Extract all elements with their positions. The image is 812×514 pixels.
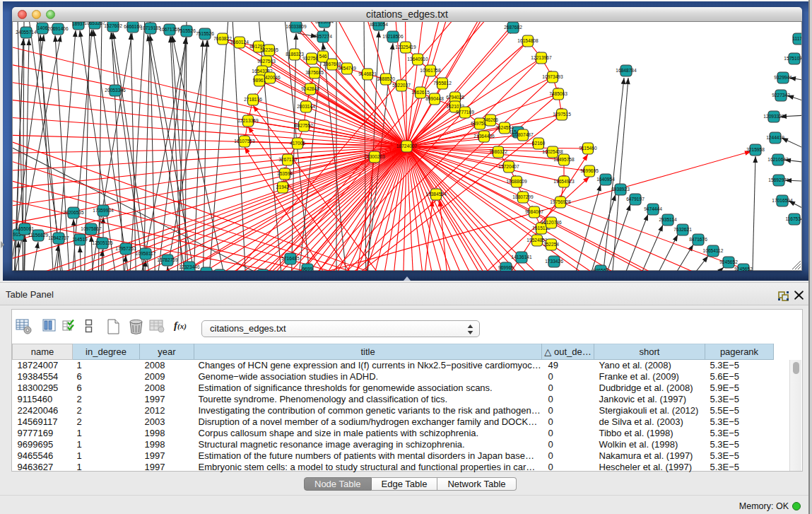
svg-text:546: 546 — [319, 54, 326, 59]
svg-text:9327503: 9327503 — [257, 59, 276, 64]
svg-text:1406: 1406 — [37, 25, 48, 30]
svg-text:8186323: 8186323 — [286, 52, 304, 57]
svg-text:12213967: 12213967 — [531, 55, 552, 60]
svg-text:7986322: 7986322 — [489, 149, 507, 154]
svg-text:969969: 969969 — [498, 265, 514, 270]
svg-text:17016504: 17016504 — [772, 198, 793, 203]
svg-text:8813054: 8813054 — [370, 22, 388, 27]
svg-text:20053346: 20053346 — [105, 88, 126, 93]
svg-text:10807487: 10807487 — [512, 132, 534, 137]
svg-text:18937: 18937 — [72, 21, 86, 26]
svg-text:15692971: 15692971 — [768, 177, 789, 182]
svg-text:946562: 946562 — [593, 268, 608, 273]
svg-text:1527602: 1527602 — [104, 23, 122, 28]
svg-text:9474444: 9474444 — [644, 206, 662, 211]
svg-text:10973493: 10973493 — [542, 74, 563, 79]
svg-text:12213369: 12213369 — [237, 118, 259, 123]
svg-text:21364436: 21364436 — [473, 134, 495, 139]
svg-text:18807299: 18807299 — [512, 194, 534, 199]
svg-text:2935114: 2935114 — [659, 217, 677, 222]
svg-text:8990448: 8990448 — [425, 96, 444, 101]
svg-text:10653267: 10653267 — [84, 21, 105, 25]
svg-text:9227342: 9227342 — [772, 93, 790, 98]
svg-text:19218506: 19218506 — [382, 34, 404, 39]
svg-text:12505135: 12505135 — [92, 240, 113, 245]
svg-text:1167534: 1167534 — [785, 216, 804, 221]
svg-text:7663822: 7663822 — [213, 36, 232, 41]
svg-text:10688609: 10688609 — [506, 179, 527, 184]
svg-text:417006: 417006 — [290, 141, 305, 146]
svg-text:97771: 97771 — [257, 272, 270, 277]
svg-text:6466160: 6466160 — [124, 24, 142, 29]
svg-text:10654112: 10654112 — [703, 248, 724, 253]
svg-text:16107553: 16107553 — [234, 139, 255, 144]
svg-text:1588520: 1588520 — [377, 76, 395, 81]
svg-text:746266: 746266 — [483, 117, 498, 122]
svg-text:19654923: 19654923 — [553, 179, 575, 184]
svg-text:8427552: 8427552 — [295, 123, 313, 128]
svg-text:98961: 98961 — [253, 78, 266, 83]
svg-text:8813054: 8813054 — [315, 19, 334, 24]
svg-text:3875685: 3875685 — [305, 70, 324, 75]
svg-text:2687682: 2687682 — [504, 25, 522, 30]
svg-text:13930: 13930 — [0, 225, 8, 230]
svg-text:1297515: 1297515 — [553, 112, 571, 117]
svg-text:23300203: 23300203 — [364, 154, 385, 159]
svg-text:5822605: 5822605 — [260, 47, 278, 52]
svg-text:12942737: 12942737 — [48, 235, 69, 240]
svg-text:16154808: 16154808 — [517, 38, 539, 43]
svg-text:18724007: 18724007 — [396, 144, 418, 148]
svg-text:7357274: 7357274 — [314, 34, 332, 39]
svg-text:12323446: 12323446 — [179, 264, 200, 269]
svg-text:19384554: 19384554 — [425, 192, 447, 197]
svg-text:21942: 21942 — [276, 185, 290, 189]
svg-text:8938923: 8938923 — [611, 187, 630, 192]
svg-text:9245652: 9245652 — [719, 259, 738, 264]
svg-text:9084067: 9084067 — [525, 209, 543, 214]
svg-text:3215958: 3215958 — [746, 147, 765, 152]
svg-text:9463627: 9463627 — [197, 270, 216, 275]
svg-text:9699695: 9699695 — [580, 168, 599, 173]
svg-text:10719185: 10719185 — [140, 25, 161, 30]
svg-text:15751074: 15751074 — [784, 56, 805, 61]
svg-text:9115460: 9115460 — [579, 146, 597, 151]
svg-text:10025438: 10025438 — [542, 149, 563, 154]
svg-text:19756928: 19756928 — [550, 199, 571, 204]
svg-text:7515526: 7515526 — [196, 31, 214, 36]
svg-text:11156829: 11156829 — [28, 233, 49, 238]
svg-text:12325419: 12325419 — [395, 45, 416, 49]
svg-text:7515526: 7515526 — [177, 28, 196, 33]
svg-text:14136141: 14136141 — [511, 255, 532, 259]
svg-text:17957253: 17957253 — [115, 246, 136, 251]
svg-text:7485063: 7485063 — [549, 91, 567, 96]
svg-text:8660124: 8660124 — [230, 40, 249, 45]
svg-text:16782759: 16782759 — [157, 257, 178, 262]
svg-text:1640954: 1640954 — [596, 177, 615, 182]
svg-text:62160: 62160 — [532, 141, 546, 146]
svg-text:2803144: 2803144 — [297, 104, 315, 109]
svg-text:9242848: 9242848 — [301, 86, 319, 91]
svg-text:9777169: 9777169 — [456, 110, 474, 115]
svg-text:18495758: 18495758 — [553, 157, 575, 162]
svg-text:10961758: 10961758 — [420, 68, 441, 73]
svg-text:16848784: 16848784 — [616, 68, 637, 73]
svg-text:3624554: 3624554 — [495, 125, 514, 130]
svg-text:1733426: 1733426 — [545, 259, 563, 264]
svg-text:9699: 9699 — [302, 267, 313, 271]
svg-text:8454749: 8454749 — [338, 66, 356, 71]
svg-text:6479197: 6479197 — [626, 197, 645, 201]
svg-text:15720407: 15720407 — [498, 164, 519, 169]
svg-text:5322037: 5322037 — [392, 83, 411, 88]
svg-text:5716485: 5716485 — [281, 256, 300, 261]
svg-text:8471676: 8471676 — [689, 237, 707, 242]
svg-text:946354: 946354 — [212, 272, 228, 277]
svg-text:13640910: 13640910 — [407, 57, 428, 62]
svg-text:10975867: 10975867 — [81, 226, 102, 231]
svg-text:10958117: 10958117 — [136, 251, 156, 256]
svg-text:17359934: 17359934 — [93, 208, 114, 213]
svg-text:20206535: 20206535 — [63, 210, 84, 215]
svg-text:252254: 252254 — [543, 242, 559, 247]
svg-text:1655061: 1655061 — [16, 226, 34, 231]
svg-text:16210643: 16210643 — [767, 157, 789, 162]
svg-text:20691406: 20691406 — [47, 26, 69, 31]
